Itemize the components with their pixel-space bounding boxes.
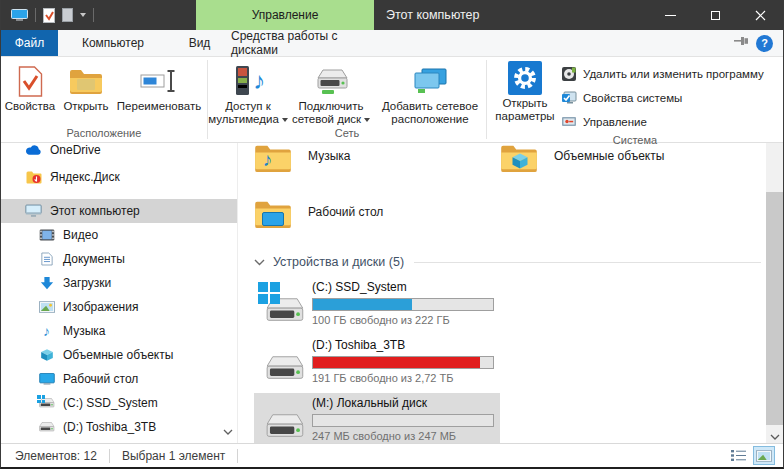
system-properties-icon xyxy=(561,90,577,106)
drive-name: (M:) Локальный диск xyxy=(312,396,494,411)
ribbon-group-location: Свойства Открыть xyxy=(1,57,207,142)
thumbnails-view-icon xyxy=(756,450,772,462)
system-properties-button[interactable]: Свойства системы xyxy=(561,87,764,109)
3d-objects-icon xyxy=(38,348,55,362)
this-pc-qat-button[interactable] xyxy=(11,9,28,22)
maximize-icon xyxy=(711,11,720,20)
settings-gear-icon xyxy=(508,61,542,95)
window-title: Этот компьютер xyxy=(386,0,479,30)
sidebar-item-documents[interactable]: Документы xyxy=(1,247,237,271)
video-icon xyxy=(38,229,55,241)
properties-qat-button[interactable] xyxy=(43,8,55,23)
sidebar-scroll-down-icon[interactable] xyxy=(223,429,233,435)
pin-icon xyxy=(734,36,749,46)
sidebar-item-3d-objects[interactable]: Объемные объекты xyxy=(1,343,237,367)
map-network-drive-button[interactable]: Подключить сетевой диск xyxy=(288,61,374,126)
close-button[interactable] xyxy=(738,0,783,30)
details-view-button[interactable] xyxy=(727,446,749,465)
dropdown-caret-icon xyxy=(282,118,288,122)
media-server-icon: ♪ xyxy=(233,63,263,99)
thumbnails-view-button[interactable] xyxy=(753,446,775,465)
properties-button[interactable]: Свойства xyxy=(1,61,59,113)
section-header-devices[interactable]: Устройства и диски (5) xyxy=(254,253,783,271)
titlebar: Управление Этот компьютер xyxy=(1,0,783,30)
qat-separator xyxy=(93,8,94,22)
drive-tile-c[interactable]: (C:) SSD_System 100 ГБ свободно из 222 Г… xyxy=(254,277,500,330)
capacity-bar xyxy=(312,356,494,369)
drive-c-icon xyxy=(38,397,55,409)
status-separator xyxy=(237,449,238,463)
manage-button[interactable]: Управление xyxy=(561,111,764,133)
folder-tile-music[interactable]: ♪ Музыка xyxy=(254,143,500,187)
drive-icon xyxy=(256,338,312,385)
group-caption-network: Сеть xyxy=(208,127,486,142)
uninstall-program-button[interactable]: Удалить или изменить программу xyxy=(561,63,764,85)
drive-free-space: 100 ГБ свободно из 222 ГБ xyxy=(312,314,494,327)
ribbon-group-network: ♪ Доступ к мультимедиа xyxy=(208,57,486,142)
tab-view[interactable]: Вид xyxy=(168,30,231,56)
rename-button[interactable]: Переименовать xyxy=(113,61,205,113)
new-item-qat-button[interactable] xyxy=(62,8,73,22)
windows-flag-icon xyxy=(258,282,280,304)
drive-name: (D:) Toshiba_3TB xyxy=(312,338,494,353)
vertical-scrollbar[interactable] xyxy=(766,143,783,443)
documents-icon xyxy=(38,252,55,266)
add-network-location-button[interactable]: Добавить сетевое расположение xyxy=(374,61,486,126)
pin-ribbon-button[interactable] xyxy=(734,36,749,46)
sidebar-item-downloads[interactable]: Загрузки xyxy=(1,271,237,295)
sidebar-item-pictures[interactable]: Изображения xyxy=(1,295,237,319)
sidebar-item-yandex-disk[interactable]: Яндекс.Диск xyxy=(1,165,237,189)
scrollbar-thumb[interactable] xyxy=(766,192,783,425)
contextual-tab-header[interactable]: Управление xyxy=(196,0,374,30)
maximize-button[interactable] xyxy=(693,0,738,30)
3d-cube-icon xyxy=(511,152,529,170)
network-drive-icon xyxy=(314,63,348,99)
downloads-icon xyxy=(38,276,55,290)
ribbon-tabs: Файл Компьютер Вид Средства работы с дис… xyxy=(1,30,783,57)
scroll-down-icon[interactable] xyxy=(766,434,783,440)
capacity-bar-fill xyxy=(313,357,480,368)
tab-file[interactable]: Файл xyxy=(1,30,58,56)
sidebar-item-drive-c[interactable]: (C:) SSD_System xyxy=(1,391,237,415)
qat-dropdown-icon[interactable] xyxy=(80,13,86,17)
section-chevron-icon xyxy=(254,259,265,266)
drive-icon xyxy=(256,280,312,327)
drive-d-icon xyxy=(38,421,55,433)
capacity-bar-fill xyxy=(313,299,412,310)
tab-drive-tools[interactable]: Средства работы с дисками xyxy=(231,30,379,56)
folder-tile-3d-objects[interactable]: Объемные объекты xyxy=(500,143,746,187)
media-access-button[interactable]: ♪ Доступ к мультимедиа xyxy=(208,61,288,126)
quick-access-toolbar xyxy=(1,8,94,23)
drive-tile-d[interactable]: (D:) Toshiba_3TB 191 ГБ свободно из 2,72… xyxy=(254,335,500,388)
details-view-icon xyxy=(731,449,746,462)
help-button[interactable]: ? xyxy=(756,35,773,52)
close-icon xyxy=(755,10,766,21)
sidebar-item-drive-d[interactable]: (D:) Toshiba_3TB xyxy=(1,415,237,439)
folder-tile-desktop[interactable]: Рабочий стол xyxy=(254,197,500,243)
open-button[interactable]: Открыть xyxy=(59,61,113,113)
music-note-icon: ♪ xyxy=(253,67,265,95)
sidebar-item-onedrive[interactable]: OneDrive xyxy=(1,143,237,162)
this-pc-icon xyxy=(25,204,42,218)
properties-check-icon xyxy=(43,8,55,23)
drive-tile-m[interactable]: (M:) Локальный диск 247 МБ свободно из 2… xyxy=(254,393,500,443)
sidebar-item-this-pc[interactable]: Этот компьютер xyxy=(1,199,237,223)
rename-icon xyxy=(140,63,178,99)
dropdown-caret-icon xyxy=(364,118,370,122)
items-count: Элементов: 12 xyxy=(15,449,97,463)
sidebar-item-music[interactable]: ♪ Музыка xyxy=(1,319,237,343)
desktop-icon xyxy=(38,373,55,385)
capacity-bar xyxy=(312,414,494,427)
open-settings-button[interactable]: Открыть параметры xyxy=(493,61,557,134)
sidebar-item-video[interactable]: Видео xyxy=(1,223,237,247)
windows-flag-icon xyxy=(37,395,45,403)
minimize-button[interactable] xyxy=(648,0,693,30)
sidebar-item-desktop[interactable]: Рабочий стол xyxy=(1,367,237,391)
qat-separator xyxy=(35,8,36,22)
status-bar: Элементов: 12 Выбран 1 элемент xyxy=(1,443,783,467)
tab-computer[interactable]: Компьютер xyxy=(58,30,168,56)
computer-management-icon xyxy=(561,114,577,130)
music-icon: ♪ xyxy=(38,323,55,339)
yandex-disk-icon xyxy=(25,171,42,184)
desktop-monitor-icon xyxy=(262,212,284,226)
